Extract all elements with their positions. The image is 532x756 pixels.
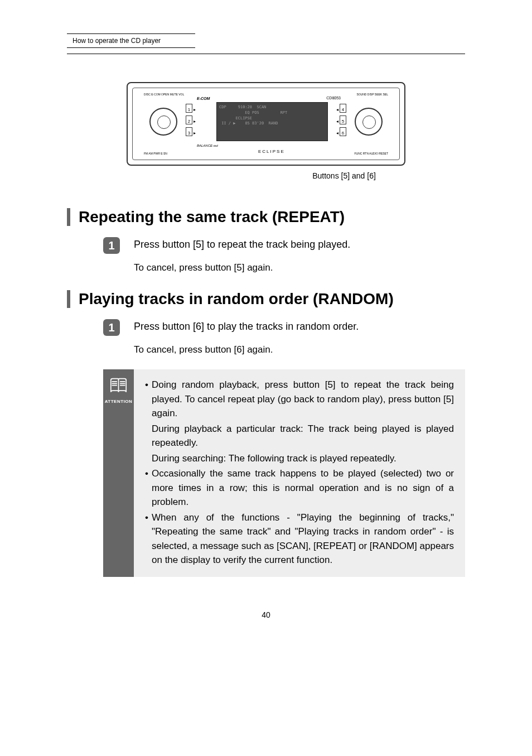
balance-label: BALANCE·out bbox=[197, 144, 218, 147]
buttons-left-column: 1 ▸ 2 ▸ 3 ▸ bbox=[186, 104, 196, 139]
section-bar-icon bbox=[67, 208, 70, 226]
attention-block: ATTENTION • Doing random playback, press… bbox=[103, 369, 465, 577]
button-6: 6 bbox=[340, 127, 346, 136]
button-4: 4 bbox=[340, 104, 346, 113]
button-1: 1 bbox=[186, 104, 192, 113]
step-row: 1 Press button [5] to repeat the track b… bbox=[103, 237, 465, 254]
attention-label: ATTENTION bbox=[103, 399, 134, 404]
step-sub-text: To cancel, press button [5] again. bbox=[134, 262, 465, 273]
attention-indent-2: During searching: The following track is… bbox=[145, 451, 454, 466]
header-rule bbox=[67, 54, 465, 54]
button-5: 5 bbox=[340, 115, 346, 124]
figure-caption: Buttons [5] and [6] bbox=[156, 171, 532, 180]
section-title-repeat: Repeating the same track (REPEAT) bbox=[79, 208, 345, 226]
volume-knob bbox=[149, 108, 177, 136]
section-title-random: Playing tracks in random order (RANDOM) bbox=[79, 290, 394, 308]
step-sub-text: To cancel, press button [6] again. bbox=[134, 344, 465, 355]
cd-player-diagram: DISC E·COM OPEN MUTE VOL SOUND DISP SEEK… bbox=[127, 82, 405, 166]
attention-bullet-2: Occasionally the same track happens to b… bbox=[152, 466, 454, 509]
section-heading-random: Playing tracks in random order (RANDOM) bbox=[67, 290, 465, 308]
section-bar-icon bbox=[67, 290, 70, 308]
brand-eclipse: ECLIPSE bbox=[258, 149, 285, 154]
button-2: 2 bbox=[186, 115, 192, 124]
device-labels-bottom-left: FM AM PWR E·SN bbox=[144, 152, 167, 155]
brand-ecom: E-COM bbox=[197, 97, 210, 100]
step-row: 1 Press button [6] to play the tracks in… bbox=[103, 319, 465, 336]
attention-content: • Doing random playback, press button [5… bbox=[134, 369, 465, 577]
attention-indent-1: During playback a particular track: The … bbox=[145, 422, 454, 450]
step-text: Press button [6] to play the tracks in r… bbox=[134, 319, 359, 333]
attention-bullet-1: Doing random playback, press button [5] … bbox=[152, 378, 454, 421]
breadcrumb: How to operate the CD player bbox=[67, 33, 195, 48]
select-knob bbox=[355, 108, 383, 136]
book-icon bbox=[109, 378, 128, 394]
device-labels-top-left: DISC E·COM OPEN MUTE VOL bbox=[144, 93, 184, 96]
model-number: CD8053 bbox=[326, 96, 341, 100]
device-labels-top-right: SOUND DISP SEEK SEL bbox=[356, 93, 388, 96]
attention-bullet-3: When any of the functions - "Playing the… bbox=[152, 511, 454, 567]
device-labels-bottom-right: FUNC RTN AUDIO RESET bbox=[355, 152, 388, 155]
step-badge-1: 1 bbox=[103, 319, 120, 336]
lcd-display: CDP 910:28 SCAN EQ POS RPT ECLIPSE II / … bbox=[216, 102, 328, 141]
step-text: Press button [5] to repeat the track bei… bbox=[134, 237, 350, 251]
buttons-right-column: ◂ 4 ◂ 5 ◂ 6 bbox=[336, 104, 346, 139]
section-heading-repeat: Repeating the same track (REPEAT) bbox=[67, 208, 465, 226]
step-badge-1: 1 bbox=[103, 237, 120, 254]
page-number: 40 bbox=[0, 610, 532, 619]
attention-sidebar: ATTENTION bbox=[103, 369, 134, 577]
button-3: 3 bbox=[186, 127, 192, 136]
